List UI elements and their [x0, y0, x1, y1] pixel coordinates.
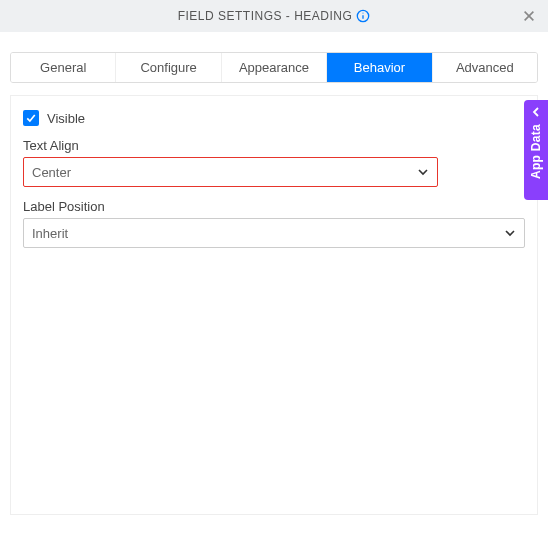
text-align-label: Text Align	[23, 138, 525, 153]
label-position-label: Label Position	[23, 199, 525, 214]
chevron-down-icon	[417, 166, 429, 178]
visible-label: Visible	[47, 111, 85, 126]
dialog-title-wrap: FIELD SETTINGS - HEADING	[178, 9, 371, 23]
app-data-label: App Data	[529, 124, 543, 179]
chevron-left-icon	[530, 106, 542, 118]
label-position-row: Label Position Inherit	[23, 199, 525, 248]
tabs: General Configure Appearance Behavior Ad…	[10, 52, 538, 83]
text-align-row: Text Align Center	[23, 138, 525, 187]
tab-behavior[interactable]: Behavior	[327, 53, 432, 82]
chevron-down-icon	[504, 227, 516, 239]
tab-advanced[interactable]: Advanced	[433, 53, 537, 82]
tab-general[interactable]: General	[11, 53, 116, 82]
dialog-title: FIELD SETTINGS - HEADING	[178, 9, 353, 23]
visible-row: Visible	[23, 110, 525, 126]
dialog-header: FIELD SETTINGS - HEADING	[0, 0, 548, 32]
svg-point-2	[363, 13, 364, 14]
visible-checkbox[interactable]	[23, 110, 39, 126]
settings-panel: Visible Text Align Center Label Position…	[10, 95, 538, 515]
app-data-drawer-handle[interactable]: App Data	[524, 100, 548, 200]
text-align-select[interactable]: Center	[23, 157, 438, 187]
tab-appearance[interactable]: Appearance	[222, 53, 327, 82]
label-position-select[interactable]: Inherit	[23, 218, 525, 248]
close-button[interactable]	[520, 7, 538, 25]
label-position-value: Inherit	[32, 226, 68, 241]
tab-configure[interactable]: Configure	[116, 53, 221, 82]
info-icon[interactable]	[356, 9, 370, 23]
text-align-value: Center	[32, 165, 71, 180]
